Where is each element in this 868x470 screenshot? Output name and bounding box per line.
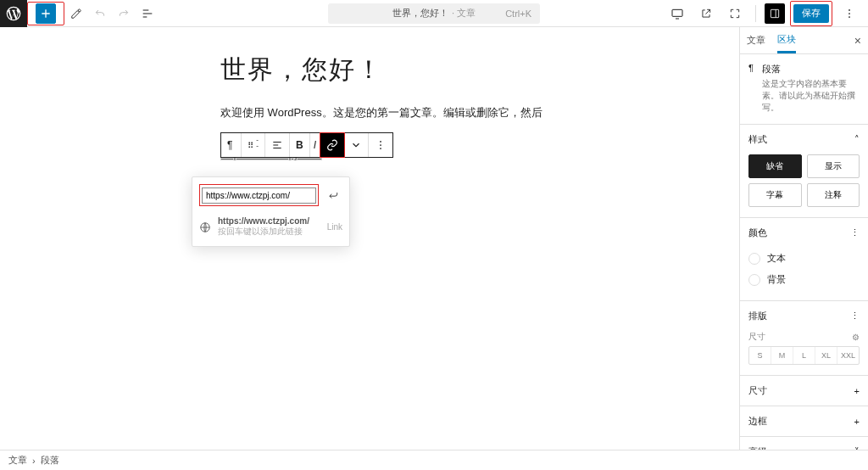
align-icon[interactable] bbox=[265, 133, 290, 157]
block-name: 段落 bbox=[762, 63, 860, 76]
block-toolbar: ¶ ⠿ ˆˇ B I bbox=[220, 132, 393, 158]
chevron-down-icon[interactable] bbox=[344, 133, 369, 157]
size-settings-icon[interactable]: ⚙ bbox=[852, 333, 860, 342]
svg-point-4 bbox=[849, 16, 850, 18]
more-options-icon[interactable] bbox=[839, 3, 860, 24]
document-title-bar[interactable]: 世界，您好！ · 文章 Ctrl+K bbox=[328, 3, 540, 24]
section-border-head[interactable]: 边框+ bbox=[740, 406, 868, 436]
style-display-button[interactable]: 显示 bbox=[807, 154, 860, 178]
undo-icon[interactable] bbox=[90, 3, 110, 24]
settings-sidebar: 文章 区块 × ¶ 段落 这是文字内容的基本要素。请以此为基础开始撰写。 样式˄… bbox=[739, 27, 868, 450]
main-area: 世界，您好！ 欢迎使用 WordPress。这是您的第一篇文章。编辑或删除它，然… bbox=[0, 27, 868, 450]
size-m[interactable]: M bbox=[771, 347, 793, 364]
doc-title-text: 世界，您好！ bbox=[392, 7, 448, 20]
topbar-left bbox=[0, 0, 159, 26]
color-text-row[interactable]: 文本 bbox=[748, 248, 860, 269]
section-advanced: 高级˅ bbox=[740, 437, 868, 450]
add-block-highlight bbox=[27, 2, 64, 25]
globe-icon bbox=[199, 221, 211, 233]
tab-block[interactable]: 区块 bbox=[777, 28, 796, 53]
link-popover: https://www.ctzpj.com/ 按回车键以添加此链接 Link bbox=[192, 176, 350, 247]
section-style: 样式˄ 缺省 显示 字幕 注释 bbox=[740, 125, 868, 218]
svg-point-5 bbox=[380, 141, 381, 143]
paragraph-text: 欢迎使用 WordPress。这是您的第一篇文章。编辑或删除它，然后 bbox=[220, 106, 542, 119]
section-dimensions: 尺寸+ bbox=[740, 376, 868, 406]
suggestion-hint: 按回车键以添加此链接 bbox=[218, 226, 309, 238]
plus-icon[interactable]: + bbox=[854, 417, 860, 427]
fullscreen-icon[interactable] bbox=[725, 3, 745, 24]
options-icon[interactable]: ⋮ bbox=[850, 227, 860, 238]
sidebar-tabs: 文章 区块 × bbox=[740, 27, 868, 54]
view-desktop-icon[interactable] bbox=[667, 3, 687, 24]
size-xxl[interactable]: XXL bbox=[837, 347, 859, 364]
submit-link-icon[interactable] bbox=[324, 186, 342, 204]
section-typo-head[interactable]: 排版⋮ bbox=[740, 301, 868, 331]
size-xl[interactable]: XL bbox=[815, 347, 837, 364]
size-options: S M L XL XXL bbox=[748, 346, 860, 365]
svg-rect-1 bbox=[771, 9, 778, 17]
size-label: 尺寸 bbox=[748, 331, 765, 343]
plus-icon[interactable]: + bbox=[854, 386, 860, 396]
section-adv-head[interactable]: 高级˅ bbox=[740, 437, 868, 450]
wordpress-logo[interactable] bbox=[0, 0, 27, 27]
bg-swatch bbox=[748, 274, 760, 286]
size-s[interactable]: S bbox=[749, 347, 771, 364]
add-block-button[interactable] bbox=[36, 3, 56, 24]
editor-canvas[interactable]: 世界，您好！ 欢迎使用 WordPress。这是您的第一篇文章。编辑或删除它，然… bbox=[0, 27, 739, 450]
style-note-button[interactable]: 注释 bbox=[807, 183, 860, 207]
block-type-icon[interactable]: ¶ bbox=[221, 133, 242, 157]
close-sidebar-icon[interactable]: × bbox=[854, 34, 861, 48]
section-style-head[interactable]: 样式˄ bbox=[740, 125, 868, 154]
suggestion-tag: Link bbox=[327, 222, 342, 232]
bold-button[interactable]: B bbox=[290, 133, 310, 157]
style-default-button[interactable]: 缺省 bbox=[748, 154, 802, 178]
document-outline-icon[interactable] bbox=[137, 3, 158, 24]
svg-point-7 bbox=[380, 148, 381, 149]
breadcrumb-block[interactable]: 段落 bbox=[41, 454, 59, 467]
url-input[interactable] bbox=[202, 187, 316, 204]
section-color-head[interactable]: 颜色⋮ bbox=[740, 218, 868, 248]
breadcrumb-post[interactable]: 文章 bbox=[8, 454, 27, 467]
options-icon[interactable]: ⋮ bbox=[850, 311, 860, 322]
doc-type-text: · 文章 bbox=[452, 7, 476, 20]
more-block-options-icon[interactable] bbox=[369, 133, 392, 157]
suggestion-url: https://www.ctzpj.com/ bbox=[218, 216, 309, 226]
breadcrumb: 文章 › 段落 bbox=[0, 450, 868, 470]
section-border: 边框+ bbox=[740, 406, 868, 437]
section-dim-head[interactable]: 尺寸+ bbox=[740, 376, 868, 406]
preview-icon[interactable] bbox=[696, 3, 716, 24]
edit-mode-icon[interactable] bbox=[66, 3, 86, 24]
doc-shortcut: Ctrl+K bbox=[505, 8, 531, 19]
section-typo: 排版⋮ 尺寸⚙ S M L XL XXL bbox=[740, 301, 868, 376]
svg-point-6 bbox=[380, 144, 381, 146]
topbar-right: 保存 bbox=[665, 1, 868, 26]
size-l[interactable]: L bbox=[793, 347, 815, 364]
breadcrumb-sep: › bbox=[32, 456, 36, 466]
link-button[interactable] bbox=[320, 132, 345, 158]
link-suggestion[interactable]: https://www.ctzpj.com/ 按回车键以添加此链接 Link bbox=[199, 216, 342, 238]
section-color: 颜色⋮ 文本 背景 bbox=[740, 218, 868, 301]
topbar: 世界，您好！ · 文章 Ctrl+K 保存 bbox=[0, 0, 868, 27]
svg-rect-0 bbox=[672, 9, 682, 16]
post-title[interactable]: 世界，您好！ bbox=[220, 53, 636, 87]
text-swatch bbox=[748, 253, 760, 265]
block-desc: 这是文字内容的基本要素。请以此为基础开始撰写。 bbox=[762, 78, 860, 114]
svg-point-3 bbox=[849, 13, 850, 14]
url-input-highlight bbox=[199, 184, 319, 206]
color-bg-row[interactable]: 背景 bbox=[748, 269, 860, 290]
redo-icon[interactable] bbox=[114, 3, 134, 24]
style-dropcap-button[interactable]: 字幕 bbox=[748, 183, 802, 207]
chevron-up-icon: ˄ bbox=[854, 134, 860, 145]
save-button[interactable]: 保存 bbox=[793, 4, 829, 23]
separator bbox=[755, 5, 756, 22]
svg-point-2 bbox=[849, 9, 850, 11]
drag-handle-icon[interactable]: ⠿ ˆˇ bbox=[242, 133, 265, 157]
paragraph-icon: ¶ bbox=[748, 63, 755, 73]
block-info: ¶ 段落 这是文字内容的基本要素。请以此为基础开始撰写。 bbox=[740, 54, 868, 125]
save-highlight: 保存 bbox=[790, 1, 832, 26]
tab-post[interactable]: 文章 bbox=[747, 29, 765, 52]
settings-toggle-icon[interactable] bbox=[765, 3, 785, 24]
